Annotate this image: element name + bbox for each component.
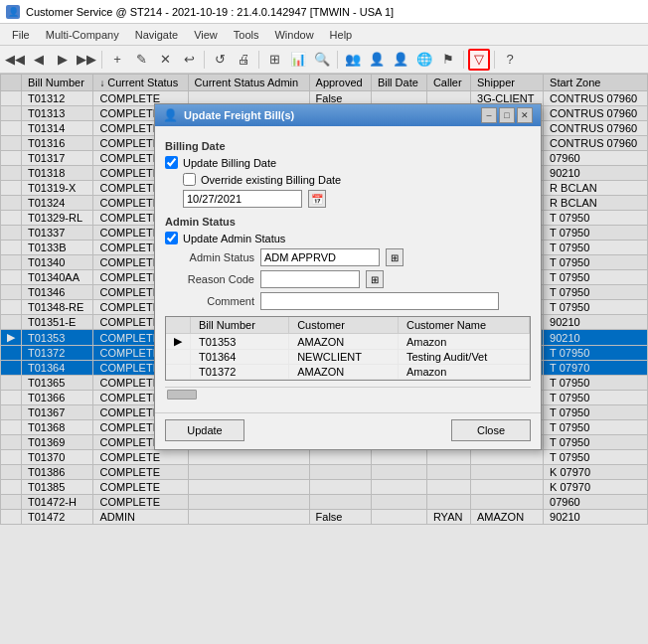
scroll-thumb[interactable] — [167, 390, 197, 400]
menu-tools[interactable]: Tools — [226, 27, 267, 43]
override-billing-date-checkbox[interactable] — [183, 173, 196, 186]
update-billing-date-label: Update Billing Date — [183, 157, 276, 169]
reason-code-input[interactable] — [260, 270, 360, 288]
menu-window[interactable]: Window — [266, 27, 321, 43]
inner-table-row[interactable]: T01364NEWCLIENTTesting Audit/Vet — [166, 350, 530, 365]
date-picker-button[interactable]: 📅 — [308, 190, 326, 208]
sep1 — [101, 51, 102, 69]
inner-arrow — [166, 350, 191, 365]
inner-cell-customer: AMAZON — [289, 365, 399, 380]
inner-table: Bill Number Customer Customer Name ▶T013… — [166, 317, 530, 380]
users-button[interactable]: 👥 — [342, 49, 364, 71]
sep6 — [494, 51, 495, 69]
inner-table-wrapper: Bill Number Customer Customer Name ▶T013… — [165, 316, 531, 381]
inner-col-name[interactable]: Customer Name — [398, 317, 529, 334]
edit-button[interactable]: ✎ — [130, 49, 152, 71]
globe-button[interactable]: 🌐 — [413, 49, 435, 71]
inner-cell-bill: T01372 — [191, 365, 289, 380]
modal-close-button[interactable]: ✕ — [517, 107, 533, 123]
menu-view[interactable]: View — [186, 27, 226, 43]
close-button[interactable]: Close — [451, 419, 531, 441]
inner-cell-customer: NEWCLIENT — [289, 350, 399, 365]
modal-maximize-button[interactable]: □ — [499, 107, 515, 123]
override-billing-date-row: Override existing Billing Date — [183, 173, 531, 186]
inner-cell-customer: AMAZON — [289, 334, 399, 350]
admin-status-section-label: Admin Status — [165, 216, 531, 228]
menu-multicompany[interactable]: Multi-Company — [38, 27, 127, 43]
reason-code-label: Reason Code — [165, 273, 254, 285]
modal-titlebar: 👤 Update Freight Bill(s) – □ ✕ — [155, 104, 541, 126]
update-button[interactable]: Update — [165, 419, 244, 441]
next-button[interactable]: ▶ — [52, 49, 74, 71]
prev-button[interactable]: ◀ — [28, 49, 50, 71]
title-bar-text: Customer Service @ ST214 - 2021-10-19 : … — [26, 6, 394, 18]
undo-button[interactable]: ↩ — [178, 49, 200, 71]
horizontal-scrollbar[interactable] — [165, 387, 531, 401]
modal-title-text: Update Freight Bill(s) — [184, 109, 294, 121]
inner-arrow: ▶ — [166, 334, 191, 350]
inner-cell-name: Testing Audit/Vet — [398, 350, 529, 365]
override-billing-date-label: Override existing Billing Date — [201, 174, 341, 186]
help-button[interactable]: ? — [499, 49, 521, 71]
title-bar: 👤 Customer Service @ ST214 - 2021-10-19 … — [0, 0, 648, 24]
admin-status-field-row: Admin Status ⊞ — [165, 248, 531, 266]
user3-button[interactable]: 👤 — [390, 49, 411, 71]
update-admin-status-row: Update Admin Status — [165, 232, 531, 244]
modal-controls: – □ ✕ — [481, 107, 533, 123]
inner-col-arrow — [166, 317, 191, 334]
menu-file[interactable]: File — [4, 27, 38, 43]
modal-footer: Update Close — [155, 412, 541, 449]
comment-field-row: Comment — [165, 292, 531, 310]
user2-button[interactable]: 👤 — [366, 49, 388, 71]
inner-cell-name: Amazon — [398, 365, 529, 380]
refresh-button[interactable]: ↺ — [209, 49, 231, 71]
filter-button[interactable]: ▽ — [468, 49, 490, 71]
comment-input[interactable] — [260, 292, 499, 310]
modal-body: Billing Date Update Billing Date Overrid… — [155, 126, 541, 408]
flag-button[interactable]: ⚑ — [437, 49, 459, 71]
sep2 — [204, 51, 205, 69]
admin-status-browse-button[interactable]: ⊞ — [386, 248, 404, 266]
modal-minimize-button[interactable]: – — [481, 107, 497, 123]
billing-date-input[interactable] — [183, 190, 302, 208]
inner-col-bill[interactable]: Bill Number — [191, 317, 289, 334]
menu-bar: File Multi-Company Navigate View Tools W… — [0, 24, 648, 46]
reason-code-browse-button[interactable]: ⊞ — [366, 270, 384, 288]
update-billing-date-checkbox[interactable] — [165, 156, 178, 169]
main-area: Bill Number Current Status Current Statu… — [0, 74, 648, 644]
inner-cell-bill: T01353 — [191, 334, 289, 350]
comment-label: Comment — [165, 295, 254, 307]
first-button[interactable]: ◀◀ — [4, 49, 26, 71]
last-button[interactable]: ▶▶ — [76, 49, 97, 71]
menu-navigate[interactable]: Navigate — [127, 27, 186, 43]
app-icon: 👤 — [6, 5, 20, 19]
modal-title-left: 👤 Update Freight Bill(s) — [163, 108, 294, 122]
modal-icon: 👤 — [163, 108, 178, 122]
admin-status-label: Admin Status — [165, 251, 254, 263]
sep5 — [463, 51, 464, 69]
sep3 — [258, 51, 259, 69]
menu-help[interactable]: Help — [322, 27, 361, 43]
delete-button[interactable]: ✕ — [154, 49, 176, 71]
chart-button[interactable]: 📊 — [287, 49, 309, 71]
update-freight-modal: 👤 Update Freight Bill(s) – □ ✕ Billing D… — [154, 103, 542, 450]
search-button[interactable]: 🔍 — [311, 49, 333, 71]
add-button[interactable]: + — [106, 49, 128, 71]
reason-code-field-row: Reason Code ⊞ — [165, 270, 531, 288]
update-admin-status-checkbox[interactable] — [165, 232, 178, 244]
inner-cell-name: Amazon — [398, 334, 529, 350]
modal-overlay: 👤 Update Freight Bill(s) – □ ✕ Billing D… — [0, 74, 648, 644]
grid-button[interactable]: ⊞ — [263, 49, 285, 71]
toolbar: ◀◀ ◀ ▶ ▶▶ + ✎ ✕ ↩ ↺ 🖨 ⊞ 📊 🔍 👥 👤 👤 🌐 ⚑ ▽ … — [0, 46, 648, 74]
update-admin-status-label: Update Admin Status — [183, 233, 285, 244]
inner-table-row[interactable]: T01372AMAZONAmazon — [166, 365, 530, 380]
date-field-row: 📅 — [183, 190, 531, 208]
inner-table-row[interactable]: ▶T01353AMAZONAmazon — [166, 334, 530, 350]
update-billing-date-row: Update Billing Date — [165, 156, 531, 169]
admin-status-input[interactable] — [260, 248, 380, 266]
sep4 — [337, 51, 338, 69]
inner-col-customer[interactable]: Customer — [289, 317, 399, 334]
print-button[interactable]: 🖨 — [233, 49, 254, 71]
inner-cell-bill: T01364 — [191, 350, 289, 365]
billing-date-section-label: Billing Date — [165, 140, 531, 152]
